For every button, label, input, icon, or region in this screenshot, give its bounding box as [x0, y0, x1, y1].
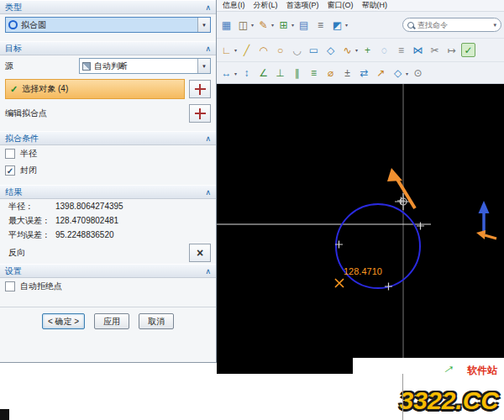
dropdown-caret-icon[interactable]: ▾: [345, 22, 348, 28]
search-dropdown-icon[interactable]: ▾: [493, 22, 496, 29]
rapid-dimension-icon[interactable]: ↔: [219, 66, 234, 81]
result-avg-error-row: 平均误差： 95.2248836520: [0, 228, 216, 242]
command-search-input[interactable]: [417, 21, 490, 29]
dropdown-arrow-icon[interactable]: ▼: [197, 18, 210, 32]
view-icon[interactable]: ▤: [297, 18, 311, 32]
dropdown-caret-icon[interactable]: ▾: [271, 22, 274, 28]
command-finder-box[interactable]: ▾: [402, 18, 501, 32]
section-header-target[interactable]: 目标 ∧: [0, 41, 216, 55]
dropdown-caret-icon[interactable]: ▾: [355, 47, 358, 53]
menu-preferences[interactable]: 首选项(P): [282, 0, 323, 11]
reverse-row: 反向 ×: [0, 242, 216, 264]
toolbar-row-3: ↔▾↕∠⊥∥≡⌀±⇄↗◇▾⊙: [217, 62, 504, 84]
menu-analysis[interactable]: 分析(L): [249, 0, 282, 11]
swap-icon[interactable]: ⇄: [357, 66, 371, 81]
vertical-dimension-icon[interactable]: ↕: [239, 66, 254, 81]
parallel-icon[interactable]: ∥: [290, 66, 304, 81]
circle-icon[interactable]: ○: [273, 43, 287, 57]
inferred-source-icon: [82, 62, 91, 71]
menu-help[interactable]: 帮助(H): [358, 0, 392, 11]
line-icon[interactable]: ╱: [239, 43, 254, 57]
collapse-chevron-icon[interactable]: ∧: [205, 45, 211, 53]
mirror-curve-icon[interactable]: ⋈: [411, 43, 425, 57]
viewport-canvas[interactable]: 128.4710: [217, 84, 504, 374]
crosshair-line-extension: [402, 374, 403, 420]
arc-icon[interactable]: ◠: [256, 43, 270, 57]
sketch-icon[interactable]: ✎: [256, 18, 270, 32]
rectangle-icon[interactable]: ▭: [307, 43, 321, 57]
apply-button[interactable]: 应用: [94, 313, 129, 329]
datum-grid-icon[interactable]: ⊞: [276, 18, 291, 32]
profile-icon[interactable]: ∟: [219, 43, 234, 57]
section-header-conditions[interactable]: 拟合条件 ∧: [0, 131, 216, 145]
collapse-chevron-icon[interactable]: ∧: [205, 267, 211, 276]
ellipse-icon[interactable]: ◌: [377, 43, 391, 57]
dropdown-arrow-icon[interactable]: ▼: [197, 59, 210, 73]
collapse-chevron-icon[interactable]: ∧: [205, 3, 211, 12]
toolbar-row-1: ▦◫▾✎▾⊞▾▤≡◩▾ ▾: [217, 12, 504, 39]
section-header-type[interactable]: 类型 ∧: [0, 0, 216, 14]
dropdown-caret-icon[interactable]: ▾: [406, 71, 408, 76]
target-icon[interactable]: ⊙: [411, 66, 425, 81]
offset-curve-icon[interactable]: ≡: [394, 43, 408, 57]
graphics-viewport[interactable]: 128.4710: [217, 84, 504, 374]
result-max-error-label: 最大误差：: [8, 214, 55, 227]
ok-button[interactable]: < 确定 >: [42, 313, 85, 329]
section-title-target: 目标: [5, 43, 22, 55]
source-dropdown[interactable]: 自动判断 ▼: [79, 58, 211, 74]
sheet-icon[interactable]: ▦: [219, 18, 234, 32]
reticle-icon: [195, 108, 206, 119]
point-icon[interactable]: +: [360, 43, 375, 57]
angle-constraint-icon[interactable]: ∠: [256, 66, 270, 81]
layers-icon[interactable]: ≡: [313, 18, 328, 32]
rejected-point-x-marker[interactable]: [335, 279, 344, 287]
dropdown-caret-icon[interactable]: ▾: [234, 71, 237, 76]
trim-icon[interactable]: ✂: [428, 43, 442, 57]
shape-icon[interactable]: ◇: [391, 66, 405, 81]
section-header-results[interactable]: 结果 ∧: [0, 185, 216, 199]
corner-block: [0, 409, 9, 420]
fit-type-dropdown[interactable]: 拟合圆 ▼: [5, 17, 211, 33]
polygon-icon[interactable]: ◇: [323, 43, 338, 57]
edit-fit-points-button[interactable]: [189, 104, 211, 123]
edit-fit-points-label: 编辑拟合点: [5, 108, 185, 119]
spline-icon[interactable]: ∿: [340, 43, 354, 57]
section-header-settings[interactable]: 设置 ∧: [0, 264, 216, 278]
reverse-direction-icon: ×: [197, 247, 203, 259]
check-icon: ✓: [10, 84, 18, 95]
fillet-icon[interactable]: ◡: [290, 43, 304, 57]
vector-icon[interactable]: ↗: [374, 66, 388, 81]
select-objects-pick-button[interactable]: [189, 80, 211, 98]
dropdown-caret-icon[interactable]: ▾: [234, 47, 237, 53]
extend-icon[interactable]: ↦: [444, 43, 459, 57]
cancel-button[interactable]: 取消: [139, 313, 174, 329]
select-objects-row[interactable]: ✓ 选择对象 (4): [5, 79, 185, 99]
result-radius-row: 半径： 1398.8064274395: [0, 199, 216, 213]
symmetry-icon[interactable]: ±: [340, 66, 354, 81]
collapse-chevron-icon[interactable]: ∧: [205, 188, 211, 197]
auto-reject-label: 自动拒绝点: [20, 281, 62, 292]
section-title-conditions: 拟合条件: [5, 133, 39, 144]
menu-window[interactable]: 窗口(O): [323, 0, 358, 11]
result-max-error-row: 最大误差： 128.4709802481: [0, 213, 216, 228]
axis-x-arrow[interactable]: [476, 230, 496, 239]
dropdown-caret-icon[interactable]: ▾: [251, 22, 254, 28]
result-avg-error-label: 平均误差：: [8, 228, 55, 241]
perpendicular-icon[interactable]: ⊥: [273, 66, 287, 81]
result-avg-error-value: 95.2248836520: [55, 228, 114, 241]
auto-reject-checkbox[interactable]: [5, 281, 15, 291]
radius-checkbox[interactable]: [5, 149, 15, 159]
dropdown-caret-icon[interactable]: ▾: [291, 22, 294, 28]
collapse-chevron-icon[interactable]: ∧: [205, 134, 211, 143]
fit-curve-icon[interactable]: ✓: [461, 43, 475, 57]
coincident-icon[interactable]: ≡: [307, 66, 321, 81]
diameter-icon[interactable]: ⌀: [323, 66, 338, 81]
section-title-type: 类型: [5, 2, 22, 13]
axis-z-arrow[interactable]: [479, 201, 490, 234]
select-objects-label: 选择对象 (4): [22, 83, 68, 95]
reverse-direction-button[interactable]: ×: [189, 244, 211, 262]
render-style-icon[interactable]: ◩: [330, 18, 344, 32]
menu-information[interactable]: 信息(I): [218, 0, 249, 11]
closed-checkbox[interactable]: ✓: [5, 165, 15, 176]
window-icon[interactable]: ◫: [236, 18, 250, 32]
